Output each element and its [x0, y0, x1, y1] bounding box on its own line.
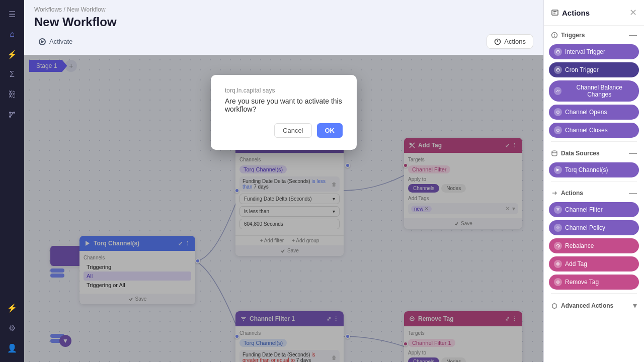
actions-divider	[551, 293, 637, 294]
actions-section-header: Actions —	[544, 184, 644, 201]
modal-site-label: torq.ln.capital says	[225, 87, 343, 94]
advanced-actions-collapse-icon[interactable]: ▾	[633, 301, 637, 310]
channel-policy-icon	[554, 224, 562, 232]
modal-buttons: Cancel OK	[225, 123, 343, 138]
svg-marker-7	[41, 40, 44, 43]
channel-closes-button[interactable]: Channel Closes	[549, 123, 639, 138]
right-sidebar-title: Actions	[551, 9, 590, 17]
torq-channels-button[interactable]: Torq Channel(s)	[549, 162, 639, 177]
left-sidebar: ☰ ⌂ ⚡ Σ ⛓ ⚡ ⚙ 👤	[0, 0, 24, 362]
svg-point-24	[557, 111, 559, 114]
breadcrumb: Workflows / New Workflow	[34, 6, 533, 13]
svg-rect-15	[552, 10, 558, 15]
add-tag-action-icon	[554, 260, 562, 268]
triggers-collapse-icon[interactable]: —	[629, 31, 637, 40]
svg-point-1	[13, 112, 15, 114]
torq-channels-icon	[554, 166, 562, 174]
remove-tag-action-button[interactable]: Remove Tag	[549, 275, 639, 290]
svg-point-0	[9, 112, 11, 114]
actions-collapse-icon[interactable]: —	[629, 189, 637, 198]
close-sidebar-icon[interactable]: ✕	[629, 7, 637, 18]
page-title: New Workflow	[34, 15, 533, 29]
data-sources-collapse-icon[interactable]: —	[629, 149, 637, 158]
rebalance-button[interactable]: Rebalance	[549, 238, 639, 253]
modal-cancel-button[interactable]: Cancel	[274, 123, 311, 138]
modal-overlay: torq.ln.capital says Are you sure you wa…	[24, 55, 543, 362]
main-content: Workflows / New Workflow New Workflow Ac…	[24, 0, 543, 362]
menu-icon[interactable]: ☰	[4, 6, 20, 22]
actions-button[interactable]: Actions	[487, 34, 533, 49]
actions-title: Actions	[551, 190, 583, 197]
branch-icon[interactable]	[4, 107, 20, 123]
channel-filter-action-button[interactable]: Channel Filter	[549, 202, 639, 217]
triggers-section-header: Triggers —	[544, 26, 644, 43]
remove-tag-action-icon	[554, 278, 562, 286]
right-sidebar-header: Actions ✕	[544, 0, 644, 26]
breadcrumb-parent[interactable]: Workflows	[34, 6, 62, 13]
data-sources-title: Data Sources	[551, 150, 600, 157]
channel-policy-button[interactable]: Channel Policy	[549, 220, 639, 235]
breadcrumb-current: New Workflow	[67, 6, 105, 13]
cron-trigger-icon	[554, 66, 562, 74]
svg-line-5	[11, 113, 13, 116]
user-icon[interactable]: 👤	[4, 340, 20, 356]
confirm-modal: torq.ln.capital says Are you sure you wa…	[211, 75, 357, 150]
modal-message-text: Are you sure you want to activate this w…	[225, 97, 343, 113]
cron-trigger-button[interactable]: Cron Trigger	[549, 62, 639, 77]
toolbar: Activate Actions	[34, 34, 533, 49]
link-icon[interactable]: ⛓	[4, 86, 20, 103]
settings-icon[interactable]: ⚙	[4, 320, 20, 336]
channel-balance-icon	[554, 87, 561, 95]
channel-opens-icon	[554, 108, 562, 116]
svg-marker-27	[556, 168, 559, 171]
data-sources-section-header: Data Sources —	[544, 144, 644, 161]
canvas-area[interactable]: Stage 1 + Work flow ▼	[24, 55, 543, 362]
right-sidebar: Actions ✕ Triggers — Interval Trigger	[543, 0, 644, 362]
svg-point-2	[9, 116, 11, 118]
triggers-title: Triggers	[551, 32, 585, 39]
sigma-icon[interactable]: Σ	[4, 66, 20, 82]
advanced-actions-title: Advanced Actions	[551, 302, 613, 309]
channel-balance-button[interactable]: Channel Balance Changes	[549, 80, 639, 102]
top-bar: Workflows / New Workflow New Workflow Ac…	[24, 0, 543, 55]
interval-trigger-button[interactable]: Interval Trigger	[549, 44, 639, 59]
rebalance-icon	[554, 242, 562, 250]
modal-ok-button[interactable]: OK	[317, 123, 343, 138]
channel-closes-icon	[554, 126, 562, 134]
channel-opens-button[interactable]: Channel Opens	[549, 105, 639, 120]
add-tag-action-button[interactable]: Add Tag	[549, 256, 639, 272]
interval-trigger-icon	[554, 48, 562, 56]
advanced-actions-section-header: Advanced Actions ▾	[544, 296, 644, 313]
data-sources-divider	[551, 181, 637, 182]
svg-point-25	[557, 129, 559, 132]
svg-point-26	[552, 151, 557, 153]
triggers-divider	[551, 141, 637, 142]
bolt-icon[interactable]: ⚡	[4, 300, 20, 316]
home-icon[interactable]: ⌂	[4, 26, 20, 42]
activate-button[interactable]: Activate	[34, 36, 76, 48]
channel-filter-action-icon	[554, 206, 562, 214]
lightning-icon[interactable]: ⚡	[4, 46, 20, 62]
